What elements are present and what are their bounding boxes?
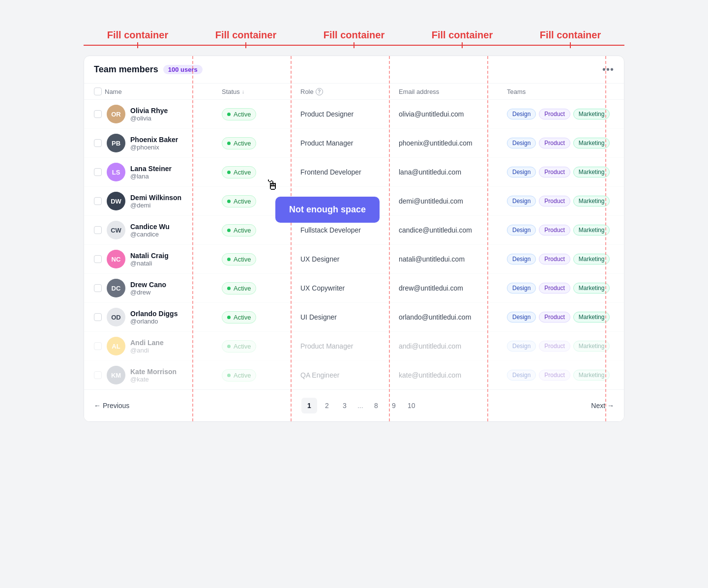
teams-cell: DesignProductMarketing: [507, 370, 624, 381]
team-badge-product: Product: [539, 196, 570, 206]
pagination: ← Previous 123...8910 Next →: [84, 389, 624, 421]
more-options-icon[interactable]: •••: [602, 64, 614, 75]
name-cell: OR Olivia Rhye @olivia: [94, 105, 222, 123]
team-badge-product: Product: [539, 167, 570, 177]
fill-label-2: Fill container: [215, 29, 276, 41]
table-row[interactable]: DC Drew Cano @drew Active UX Copywriter …: [84, 274, 624, 303]
page-num-8[interactable]: 8: [368, 398, 384, 413]
status-cell: Active: [222, 253, 300, 265]
fill-col-5: Fill container: [516, 29, 624, 46]
person-handle: @orlando: [130, 318, 177, 325]
row-checkbox[interactable]: [94, 168, 102, 176]
table-body: OR Olivia Rhye @olivia Active Product De…: [84, 100, 624, 389]
table-row[interactable]: LS Lana Steiner @lana Active Frontend De…: [84, 158, 624, 187]
row-checkbox[interactable]: [94, 110, 102, 118]
teams-cell: DesignProductMarketing: [507, 167, 624, 177]
row-checkbox[interactable]: [94, 226, 102, 234]
fill-container-labels: Fill container Fill container Fill conta…: [84, 29, 624, 46]
row-checkbox[interactable]: [94, 342, 102, 350]
table-row[interactable]: NC Natali Craig @natali Active UX Design…: [84, 245, 624, 274]
col-header-teams: Teams: [507, 88, 624, 95]
email-cell: kate@untitledui.com: [399, 371, 507, 379]
team-badge-design: Design: [507, 370, 536, 381]
table-title: Team members: [94, 64, 158, 75]
role-cell: Product Manager: [300, 342, 399, 350]
table-row[interactable]: OD Orlando Diggs @orlando Active UI Desi…: [84, 303, 624, 332]
previous-button[interactable]: ← Previous: [94, 402, 129, 410]
status-badge: Active: [222, 108, 256, 120]
help-icon: ?: [316, 88, 323, 95]
col-header-status[interactable]: Status ↓: [222, 88, 300, 95]
team-badge-design: Design: [507, 225, 536, 235]
status-badge: Active: [222, 137, 256, 149]
table-row[interactable]: AL Andi Lane @andi Active Product Manage…: [84, 332, 624, 361]
status-dot: [227, 316, 231, 319]
name-cell: DW Demi Wilkinson @demi: [94, 192, 222, 210]
page-num-2[interactable]: 2: [319, 398, 335, 413]
email-cell: orlando@untitledui.com: [399, 313, 507, 321]
fill-label-3: Fill container: [324, 29, 384, 41]
status-badge: Active: [222, 282, 256, 294]
person-handle: @kate: [130, 376, 177, 383]
role-cell: Product Designer: [300, 110, 399, 118]
fill-line-4: [408, 45, 516, 46]
table-row[interactable]: KM Kate Morrison @kate Active QA Enginee…: [84, 361, 624, 389]
person-name: Olivia Rhye: [130, 107, 168, 115]
status-dot: [227, 374, 231, 377]
role-cell: UX Copywriter: [300, 284, 399, 292]
email-cell: phoenix@untitledui.com: [399, 139, 507, 147]
page-numbers: 123...8910: [301, 398, 419, 413]
row-checkbox[interactable]: [94, 139, 102, 147]
page-wrapper: Fill container Fill container Fill conta…: [84, 29, 624, 422]
person-name: Candice Wu: [130, 223, 170, 231]
status-cell: Active: [222, 166, 300, 178]
fill-col-4: Fill container: [408, 29, 516, 46]
team-badge-marketing: Marketing: [573, 370, 610, 381]
fill-line-2: [192, 45, 300, 46]
team-badge-design: Design: [507, 196, 536, 206]
avatar: OR: [107, 105, 125, 123]
team-badge-product: Product: [539, 254, 570, 265]
tooltip: Not enough space: [275, 197, 380, 223]
person-handle: @phoenix: [130, 144, 178, 151]
role-cell: UX Designer: [300, 255, 399, 263]
name-info: Demi Wilkinson @demi: [130, 194, 181, 209]
next-button[interactable]: Next →: [591, 402, 614, 410]
person-name: Andi Lane: [130, 339, 164, 347]
avatar: DW: [107, 192, 125, 210]
name-info: Drew Cano @drew: [130, 281, 166, 296]
name-cell: PB Phoenix Baker @phoenix: [94, 134, 222, 152]
person-name: Natali Craig: [130, 252, 169, 260]
page-num-1[interactable]: 1: [301, 398, 317, 413]
fill-col-1: Fill container: [84, 29, 192, 46]
person-handle: @drew: [130, 289, 166, 296]
person-handle: @andi: [130, 347, 164, 354]
page-num-3[interactable]: 3: [337, 398, 353, 413]
name-info: Orlando Diggs @orlando: [130, 310, 177, 325]
person-handle: @demi: [130, 202, 181, 209]
table-row[interactable]: OR Olivia Rhye @olivia Active Product De…: [84, 100, 624, 129]
status-cell: Active: [222, 340, 300, 353]
row-checkbox[interactable]: [94, 255, 102, 263]
name-cell: DC Drew Cano @drew: [94, 279, 222, 297]
row-checkbox[interactable]: [94, 284, 102, 292]
table-row[interactable]: PB Phoenix Baker @phoenix Active Product…: [84, 129, 624, 158]
table-header-row: Team members 100 users •••: [84, 56, 624, 84]
email-cell: demi@untitledui.com: [399, 197, 507, 205]
status-cell: Active: [222, 282, 300, 294]
team-badge-product: Product: [539, 312, 570, 323]
page-num-9[interactable]: 9: [386, 398, 402, 413]
page-num-10[interactable]: 10: [404, 398, 419, 413]
select-all-checkbox[interactable]: [94, 88, 102, 95]
team-badge-marketing: Marketing: [573, 254, 610, 265]
email-cell: natali@untitledui.com: [399, 255, 507, 263]
status-dot: [227, 258, 231, 261]
row-checkbox[interactable]: [94, 371, 102, 379]
avatar: CW: [107, 221, 125, 239]
row-checkbox[interactable]: [94, 197, 102, 205]
status-badge: Active: [222, 369, 256, 382]
person-name: Demi Wilkinson: [130, 194, 181, 202]
row-checkbox[interactable]: [94, 313, 102, 321]
person-name: Kate Morrison: [130, 368, 177, 376]
team-badge-design: Design: [507, 109, 536, 119]
